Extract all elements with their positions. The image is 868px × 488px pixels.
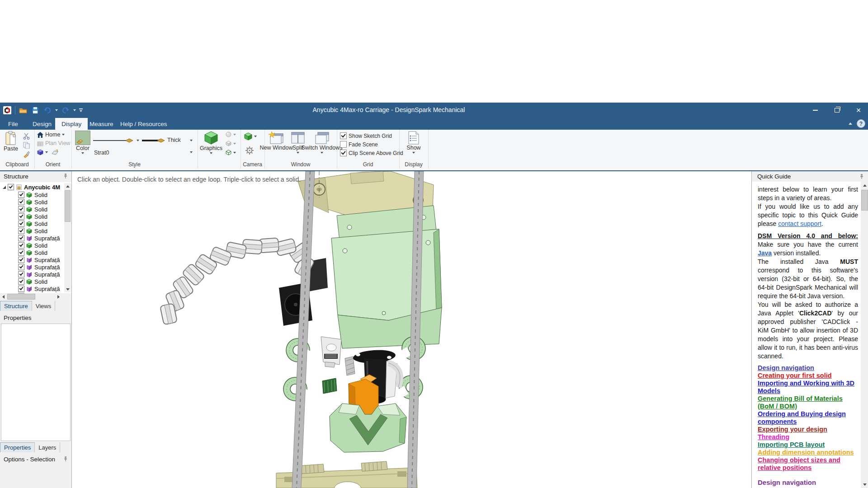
tree-row[interactable]: Suprafață — [18, 256, 60, 263]
visibility-checkbox[interactable] — [18, 271, 24, 277]
switch-windows-dropdown-icon[interactable] — [321, 152, 323, 154]
tab-structure[interactable]: Structure — [0, 301, 32, 311]
visibility-checkbox[interactable] — [18, 206, 24, 212]
tab-views[interactable]: Views — [32, 301, 55, 311]
topic-link-importing-3d-models[interactable]: Importing and Working with 3D Models — [758, 380, 858, 395]
visibility-checkbox[interactable] — [18, 199, 24, 205]
minimize-button[interactable] — [809, 105, 821, 116]
topic-link-changing-sizes[interactable]: Changing object sizes and relative posit… — [758, 456, 858, 472]
collapse-ribbon-icon[interactable] — [849, 122, 852, 125]
visibility-checkbox[interactable] — [18, 257, 24, 263]
topic-link-creating-first-solid[interactable]: Creating your first solid — [758, 372, 858, 380]
checkbox-icon[interactable] — [340, 132, 347, 139]
visibility-checkbox[interactable] — [18, 213, 24, 220]
camera-view-button[interactable] — [244, 132, 257, 141]
properties-content[interactable] — [1, 324, 71, 441]
graphics-button[interactable]: Graphics — [198, 131, 224, 154]
copy-icon[interactable] — [22, 141, 31, 150]
thick-line-dropdown-icon[interactable] — [190, 140, 193, 141]
tab-design[interactable]: Design — [26, 118, 58, 130]
plan-view-button[interactable]: Plan View — [37, 140, 70, 146]
home-view-button[interactable]: Home — [37, 131, 65, 138]
pin-icon[interactable] — [859, 174, 864, 179]
tree-row[interactable]: Solid — [18, 242, 47, 249]
cut-icon[interactable] — [22, 131, 31, 141]
tree-row[interactable]: Suprafață — [18, 263, 60, 271]
topic-link-exporting-design[interactable]: Exporting your design — [758, 426, 858, 433]
topic-link-ordering-buying[interactable]: Ordering and Buying design components — [758, 410, 858, 426]
tree-row[interactable]: Solid — [18, 198, 47, 206]
scrollbar-thumb[interactable] — [7, 294, 35, 300]
visibility-checkbox[interactable] — [18, 192, 24, 198]
visibility-checkbox[interactable] — [18, 278, 24, 285]
3d-viewport[interactable]: Click an object. Double-click to select … — [72, 171, 751, 488]
restore-button[interactable] — [831, 105, 843, 116]
tree-horizontal-scrollbar[interactable] — [0, 293, 71, 300]
fade-scene-checkbox[interactable]: Fade Scene — [340, 141, 378, 148]
structure-tree[interactable]: Anycubic 4M Solid Solid Solid Solid Soli… — [0, 182, 71, 293]
quick-guide-scrollbar[interactable] — [861, 182, 868, 488]
help-icon[interactable]: ? — [857, 119, 865, 128]
new-window-button[interactable]: New Window — [265, 131, 287, 151]
tree-row[interactable]: Solid — [18, 206, 47, 213]
thin-line-dropdown-icon[interactable] — [137, 140, 139, 141]
topic-link-design-navigation[interactable]: Design navigation — [758, 364, 858, 372]
style-more-dropdown-icon[interactable] — [190, 151, 193, 153]
camera-dropdown-icon[interactable] — [254, 136, 257, 137]
visibility-checkbox[interactable] — [18, 235, 24, 241]
3d-model[interactable] — [72, 171, 751, 488]
visibility-checkbox[interactable] — [18, 264, 24, 270]
visibility-checkbox[interactable] — [18, 221, 24, 227]
switch-windows-button[interactable]: Switch Windows — [309, 131, 335, 154]
scroll-down-arrow[interactable] — [861, 481, 868, 488]
visibility-checkbox[interactable] — [18, 242, 24, 249]
scroll-up-arrow[interactable] — [861, 182, 868, 189]
metal-clamp-solid[interactable] — [321, 337, 341, 367]
color-dropdown-icon[interactable] — [81, 152, 84, 154]
spin-dropdown-icon[interactable] — [45, 151, 48, 153]
visibility-checkbox[interactable] — [8, 184, 14, 190]
scroll-down-arrow[interactable] — [64, 286, 71, 292]
expander-icon[interactable] — [3, 186, 6, 189]
color-button[interactable]: Color — [73, 131, 92, 154]
close-button[interactable]: × — [853, 105, 864, 116]
edge-style-thin-line[interactable] — [93, 138, 135, 143]
tree-row[interactable]: Solid — [18, 220, 47, 227]
show-dropdown-icon[interactable] — [412, 152, 415, 154]
topic-link-importing-pcb[interactable]: Importing PCB layout — [758, 441, 858, 449]
checkbox-icon[interactable] — [340, 141, 347, 148]
clip-scene-above-grid-checkbox[interactable]: Clip Scene Above Grid — [340, 150, 403, 156]
thick-style-label[interactable]: Thick — [167, 137, 181, 143]
tree-row[interactable]: Suprafață — [18, 285, 60, 292]
format-painter-icon[interactable] — [22, 150, 31, 159]
tree-row[interactable]: Solid — [18, 227, 47, 235]
wireframe-cube-button[interactable] — [226, 150, 236, 155]
graphics-dropdown-icon[interactable] — [210, 152, 212, 154]
visibility-checkbox[interactable] — [18, 249, 24, 256]
topic-link-generating-bom[interactable]: Generating Bill of Materials (BoM / BOM) — [758, 395, 858, 410]
sketch-view-icon[interactable] — [52, 150, 58, 155]
render-cube-button[interactable] — [226, 141, 236, 146]
pin-icon[interactable] — [63, 174, 68, 179]
tree-row[interactable]: Suprafață — [18, 271, 60, 278]
scrollbar-thumb[interactable] — [861, 190, 868, 211]
contact-support-link[interactable]: contact support — [778, 220, 821, 227]
split-dropdown-icon[interactable] — [297, 152, 299, 154]
scroll-up-arrow[interactable] — [64, 183, 71, 189]
scroll-left-arrow[interactable] — [0, 293, 6, 300]
layer-select[interactable]: Strat0 — [94, 150, 109, 156]
knurled-screw-solid[interactable] — [345, 357, 355, 375]
tree-row[interactable]: Solid — [18, 278, 47, 285]
belt-left[interactable] — [292, 171, 315, 488]
show-sketch-grid-checkbox[interactable]: Show Sketch Grid — [340, 132, 392, 139]
show-button[interactable]: Show — [403, 131, 425, 154]
tree-row[interactable]: Solid — [18, 249, 47, 256]
render-sphere-button[interactable] — [226, 131, 236, 137]
topic-link-dimension-annotations[interactable]: Adding dimension annotations — [758, 449, 858, 456]
scrollbar-thumb[interactable] — [65, 190, 71, 222]
tree-row[interactable]: Solid — [18, 191, 47, 198]
tree-row[interactable]: Solid — [18, 213, 47, 220]
topic-link-threading[interactable]: Threading — [758, 433, 858, 441]
tab-help-resources[interactable]: Help / Resources — [114, 118, 174, 130]
edge-style-thick-line[interactable] — [142, 138, 165, 143]
